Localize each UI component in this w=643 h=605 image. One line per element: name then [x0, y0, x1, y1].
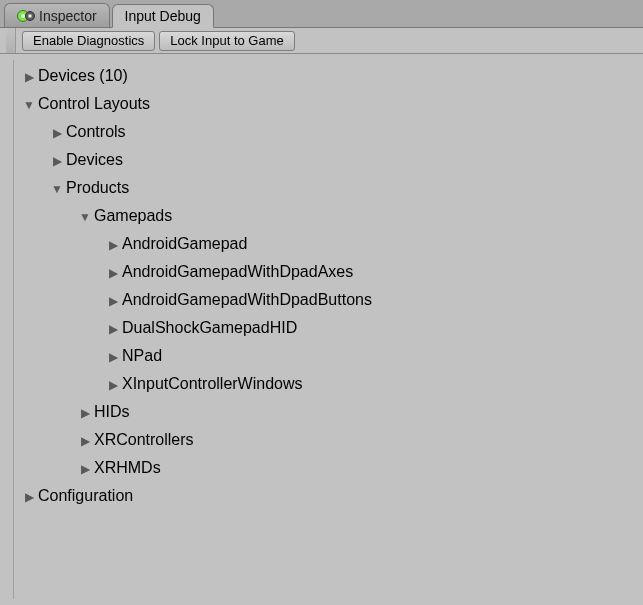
chevron-right-icon[interactable]: [106, 321, 120, 335]
tree-label: AndroidGamepadWithDpadButtons: [120, 291, 372, 309]
toolbar-gutter: [6, 28, 16, 53]
lock-input-button[interactable]: Lock Input to Game: [159, 31, 294, 51]
tree-label: DualShockGamepadHID: [120, 319, 297, 337]
tab-inspector[interactable]: Inspector: [4, 3, 110, 27]
chevron-right-icon[interactable]: [78, 461, 92, 475]
tree-label: Configuration: [36, 487, 133, 505]
toolbar: Enable Diagnostics Lock Input to Game: [0, 28, 643, 54]
tree-label: XInputControllerWindows: [120, 375, 303, 393]
tree-label: XRControllers: [92, 431, 194, 449]
tree-item-gamepads[interactable]: Gamepads: [16, 202, 643, 230]
chevron-down-icon[interactable]: [22, 97, 36, 111]
chevron-right-icon[interactable]: [106, 377, 120, 391]
tree-item-dualshock[interactable]: DualShockGamepadHID: [16, 314, 643, 342]
tab-label: Input Debug: [125, 8, 201, 24]
tree-label: Control Layouts: [36, 95, 150, 113]
tree-item-android-gamepad-dpad-buttons[interactable]: AndroidGamepadWithDpadButtons: [16, 286, 643, 314]
tree-item-xrhmds[interactable]: XRHMDs: [16, 454, 643, 482]
tree-view: Devices (10) Control Layouts Controls De…: [16, 60, 643, 599]
chevron-right-icon[interactable]: [78, 433, 92, 447]
tree-label: Devices: [64, 151, 123, 169]
content-area: Devices (10) Control Layouts Controls De…: [0, 54, 643, 605]
tree-item-controls[interactable]: Controls: [16, 118, 643, 146]
chevron-right-icon[interactable]: [78, 405, 92, 419]
content-gutter: [4, 60, 14, 599]
tree-label: NPad: [120, 347, 162, 365]
chevron-right-icon[interactable]: [106, 293, 120, 307]
chevron-right-icon[interactable]: [106, 237, 120, 251]
tree-item-control-layouts[interactable]: Control Layouts: [16, 90, 643, 118]
svg-rect-3: [29, 14, 32, 17]
tree-label: Products: [64, 179, 129, 197]
tree-item-products[interactable]: Products: [16, 174, 643, 202]
input-debug-window: Inspector Input Debug Enable Diagnostics…: [0, 0, 643, 605]
tree-item-devices[interactable]: Devices (10): [16, 62, 643, 90]
svg-point-1: [21, 14, 25, 18]
tree-item-android-gamepad-dpad-axes[interactable]: AndroidGamepadWithDpadAxes: [16, 258, 643, 286]
chevron-right-icon[interactable]: [106, 265, 120, 279]
button-label: Lock Input to Game: [170, 33, 283, 48]
chevron-down-icon[interactable]: [50, 181, 64, 195]
tree-item-npad[interactable]: NPad: [16, 342, 643, 370]
tree-item-configuration[interactable]: Configuration: [16, 482, 643, 510]
tree-label: Devices (10): [36, 67, 128, 85]
tree-item-xinput[interactable]: XInputControllerWindows: [16, 370, 643, 398]
tree-item-hids[interactable]: HIDs: [16, 398, 643, 426]
tree-label: XRHMDs: [92, 459, 161, 477]
tree-item-devices-sub[interactable]: Devices: [16, 146, 643, 174]
tree-item-android-gamepad[interactable]: AndroidGamepad: [16, 230, 643, 258]
tree-label: AndroidGamepad: [120, 235, 247, 253]
chevron-right-icon[interactable]: [106, 349, 120, 363]
chevron-right-icon[interactable]: [50, 153, 64, 167]
chevron-right-icon[interactable]: [22, 489, 36, 503]
tree-label: Gamepads: [92, 207, 172, 225]
enable-diagnostics-button[interactable]: Enable Diagnostics: [22, 31, 155, 51]
chevron-right-icon[interactable]: [22, 69, 36, 83]
tab-bar: Inspector Input Debug: [0, 0, 643, 28]
tree-label: HIDs: [92, 403, 130, 421]
chevron-down-icon[interactable]: [78, 209, 92, 223]
chevron-right-icon[interactable]: [50, 125, 64, 139]
tab-label: Inspector: [39, 8, 97, 24]
tab-input-debug[interactable]: Input Debug: [112, 4, 214, 28]
tree-label: Controls: [64, 123, 126, 141]
tree-item-xrcontrollers[interactable]: XRControllers: [16, 426, 643, 454]
inspector-icon: [17, 9, 35, 23]
tree-label: AndroidGamepadWithDpadAxes: [120, 263, 353, 281]
button-label: Enable Diagnostics: [33, 33, 144, 48]
